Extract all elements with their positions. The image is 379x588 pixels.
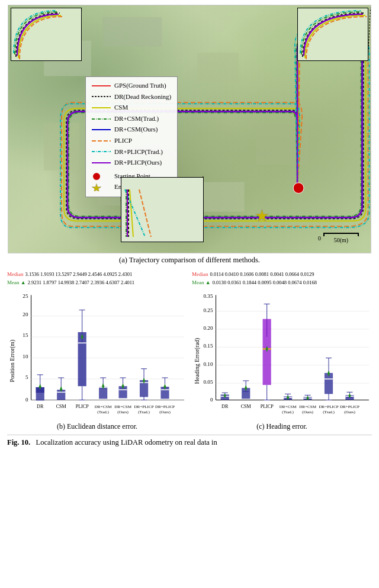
svg-text:DR+PLICP: DR+PLICP [340,404,359,409]
zoom-inset-top-right [297,8,368,61]
legend-label-dr-csm-ours: DR+CSM(Ours) [114,124,158,135]
svg-point-23 [93,173,100,180]
chart-b-mean-values: 2.9231 1.8797 14.9938 2.7407 2.3936 4.63… [28,279,134,287]
svg-text:0.20: 0.20 [204,325,213,331]
chart-b-median-values: 3.1536 1.9193 13.5297 2.9449 2.4546 4.09… [25,271,133,279]
svg-text:0.15: 0.15 [204,343,213,349]
svg-text:DR+PLICP: DR+PLICP [319,404,338,409]
svg-text:Position Error(m): Position Error(m) [9,340,16,383]
chart-b-median-label: Median [7,271,24,279]
svg-text:Heading Error(rad): Heading Error(rad) [194,338,201,384]
chart-c-mean-values: 0.0130 0.0361 0.1844 0.0095 0.0048 0.067… [213,279,317,287]
legend-label-dr-plicp-ours: DR+PLICP(Ours) [114,158,162,168]
svg-text:DR+CSM: DR+CSM [95,404,112,409]
legend-item-plicp: PLICP [92,136,171,146]
svg-text:CSM: CSM [56,404,66,409]
svg-marker-8 [255,209,268,221]
chart-c-median-label: Median [192,271,208,279]
scale-label: 50(m) [334,237,348,243]
legend-label-csm: CSM [114,102,128,113]
caption-b: (b) Euclidean distance error. [7,422,187,431]
chart-c-panel: Median 0.0114 0.0410 0.1606 0.0081 0.004… [192,271,372,431]
boxplot-head-dr-csm-ours: DR+CSM (Ours) [299,395,316,414]
svg-text:(Ours): (Ours) [344,410,355,415]
legend-label-gps: GPS(Ground Truth) [114,81,166,91]
svg-text:25: 25 [23,293,28,299]
svg-text:(Ours): (Ours) [117,410,129,415]
svg-text:0.25: 0.25 [204,307,213,313]
svg-point-7 [293,183,304,194]
scale-zero: 0 [318,235,321,242]
svg-text:5: 5 [25,374,28,380]
legend-item-dr-csm-ours: DR+CSM(Ours) [92,124,171,135]
charts-row: Median 3.1536 1.9193 13.5297 2.9449 2.45… [7,271,372,431]
svg-rect-25 [11,8,82,61]
svg-text:(Ours): (Ours) [302,410,313,415]
chart-c-svg: 0 0.05 0.10 0.15 0.20 0.25 0.35 Heading … [192,289,372,421]
legend-label-plicp: PLICP [114,136,132,146]
trajectory-map-container: GPS(Ground Truth) DR(Dead Reckoning) CSM… [7,5,372,265]
svg-text:(Trad.): (Trad.) [97,410,109,415]
figure-title: Localization accuracy using LiDAR odomet… [36,438,217,446]
boxplot-head-csm: CSM [241,381,251,409]
legend-item-gps: GPS(Ground Truth) [92,81,171,91]
legend-label-dr-csm-trad: DR+CSM(Trad.) [114,114,159,124]
zoom-inset-middle [121,177,204,242]
svg-text:20: 20 [23,311,28,317]
legend-item-dr-plicp-trad: DR+PLICP(Trad.) [92,147,171,158]
legend-item-csm: CSM [92,102,171,113]
svg-rect-1 [103,17,162,47]
boxplot-dr-plicp-ours: DR+PLICP (Ours) [155,378,175,415]
legend-label-dr-plicp-trad: DR+PLICP(Trad.) [114,147,163,158]
svg-marker-24 [92,184,101,191]
boxplot-dr-csm-trad: DR+CSM (Trad.) [95,378,112,415]
boxplot-head-plicp: PLICP [261,304,274,409]
svg-text:DR+CSM: DR+CSM [299,404,316,409]
svg-text:PLICP: PLICP [261,404,274,409]
svg-text:10: 10 [23,354,28,359]
svg-rect-2 [197,53,239,82]
chart-b-mean-label: Mean ▲ [7,279,26,287]
svg-text:DR: DR [37,404,44,409]
boxplot-dr-plicp-trad: DR+PLICP (Trad.) [134,369,153,415]
svg-text:DR+CSM: DR+CSM [280,404,297,409]
svg-text:15: 15 [23,332,28,338]
boxplot-csm: CSM [56,378,66,409]
boxplot-head-dr: DR [221,393,229,409]
svg-text:0: 0 [25,397,28,403]
chart-b-panel: Median 3.1536 1.9193 13.5297 2.9449 2.45… [7,271,187,431]
svg-text:DR+PLICP: DR+PLICP [155,404,175,409]
svg-text:CSM: CSM [241,404,251,409]
trajectory-map: GPS(Ground Truth) DR(Dead Reckoning) CSM… [8,5,371,253]
scale-bar: 0 50(m) [318,233,359,243]
boxplot-head-dr-csm-trad: DR+CSM (Trad.) [280,394,297,414]
legend-item-dr-csm-trad: DR+CSM(Trad.) [92,114,171,124]
svg-text:0.05: 0.05 [204,379,213,385]
caption-c: (c) Heading error. [192,422,372,431]
boxplot-dr-csm-ours: DR+CSM (Ours) [114,378,131,415]
svg-text:0.10: 0.10 [204,361,213,367]
figure-caption: Fig. 10. Localization accuracy using LiD… [7,435,372,448]
scale-line [323,233,359,236]
chart-c-stats: Median 0.0114 0.0410 0.1606 0.0081 0.004… [192,271,372,287]
chart-c-median-values: 0.0114 0.0410 0.1606 0.0081 0.0041 0.066… [210,271,314,279]
svg-text:0: 0 [210,397,213,403]
figure-number: Fig. 10. [7,438,34,446]
main-container: GPS(Ground Truth) DR(Dead Reckoning) CSM… [0,0,379,452]
legend-label-dr: DR(Dead Reckoning) [114,92,171,102]
boxplot-head-dr-plicp-ours: DR+PLICP (Ours) [340,392,359,414]
boxplot-head-dr-plicp-trad: DR+PLICP (Trad.) [319,358,338,415]
legend-item-dr: DR(Dead Reckoning) [92,92,171,102]
legend-item-dr-plicp-ours: DR+PLICP(Ours) [92,158,171,168]
caption-a: (a) Trajectory comparison of different m… [7,256,372,265]
svg-text:0.35: 0.35 [204,293,213,299]
svg-text:(Trad.): (Trad.) [138,410,150,415]
zoom-inset-top-left [11,8,82,61]
svg-text:(Trad.): (Trad.) [323,410,335,415]
svg-text:DR+CSM: DR+CSM [114,404,131,409]
chart-b-stats: Median 3.1536 1.9193 13.5297 2.9449 2.45… [7,271,187,287]
chart-c-mean-label: Mean ▲ [192,279,211,287]
svg-rect-61 [78,332,86,386]
boxplot-dr: DR [36,375,44,409]
svg-text:DR+PLICP: DR+PLICP [134,404,153,409]
